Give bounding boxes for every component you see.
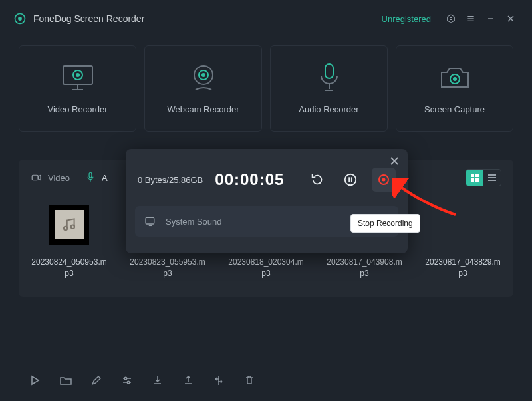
- edit-button[interactable]: [89, 373, 104, 388]
- svg-rect-28: [471, 178, 474, 182]
- recording-name: 20230824_050953.mp3: [29, 257, 109, 279]
- tab-video-label: Video: [48, 173, 70, 183]
- titlebar: FoneDog Screen Recorder Unregistered: [0, 0, 532, 35]
- mode-webcam-label: Webcam Recorder: [167, 104, 239, 114]
- close-button[interactable]: [503, 11, 519, 27]
- minimize-button[interactable]: [483, 11, 499, 27]
- settings-button[interactable]: [443, 11, 459, 27]
- mode-screen-capture[interactable]: Screen Capture: [396, 45, 513, 132]
- mode-video-label: Video Recorder: [47, 104, 107, 114]
- recording-popup: 0 Bytes/25.86GB 00:00:05 System Sound: [126, 149, 408, 253]
- recording-name: 20230817_043829.mp3: [423, 257, 503, 279]
- app-title: FoneDog Screen Recorder: [33, 13, 144, 24]
- view-list-button[interactable]: [483, 170, 501, 186]
- mode-cards-row: Video Recorder Webcam Recorder Audio Rec…: [0, 35, 532, 132]
- recording-name: 20230823_055953.mp3: [128, 257, 207, 279]
- recording-name: 20230817_043908.mp3: [325, 257, 404, 279]
- recording-item[interactable]: 20230824_050953.mp3: [29, 205, 109, 279]
- microphone-small-icon: [84, 172, 96, 184]
- svg-rect-23: [32, 175, 38, 180]
- microphone-icon: [316, 63, 342, 92]
- svg-point-33: [64, 227, 67, 230]
- svg-point-22: [453, 77, 457, 81]
- play-button[interactable]: [28, 373, 43, 388]
- svg-point-17: [201, 73, 205, 77]
- svg-rect-48: [146, 217, 154, 224]
- audio-thumb: [49, 205, 89, 245]
- svg-point-3: [450, 17, 452, 19]
- export-button[interactable]: [181, 373, 196, 388]
- menu-button[interactable]: [463, 11, 479, 27]
- svg-marker-35: [32, 376, 39, 384]
- open-folder-button[interactable]: [59, 373, 73, 388]
- view-grid-button[interactable]: [466, 170, 483, 186]
- svg-point-38: [124, 377, 127, 380]
- sliders-button[interactable]: [120, 373, 134, 388]
- view-toggle: [466, 169, 501, 186]
- svg-marker-2: [448, 15, 455, 23]
- svg-rect-29: [475, 178, 479, 182]
- restart-button[interactable]: [305, 168, 329, 192]
- svg-point-1: [18, 17, 22, 21]
- tab-video[interactable]: Video: [31, 172, 70, 184]
- svg-point-39: [127, 381, 130, 384]
- bottom-toolbar: [19, 365, 513, 392]
- stop-recording-button[interactable]: [372, 168, 396, 192]
- svg-rect-27: [475, 174, 479, 177]
- svg-rect-24: [89, 172, 92, 178]
- svg-point-47: [382, 178, 386, 182]
- speaker-icon: [144, 216, 158, 227]
- webcam-icon: [188, 63, 219, 92]
- recording-timer: 00:00:05: [215, 170, 284, 189]
- monitor-record-icon: [59, 63, 96, 92]
- svg-point-43: [345, 174, 356, 186]
- mode-audio-label: Audio Recorder: [299, 104, 358, 114]
- svg-rect-26: [471, 174, 474, 177]
- unregistered-link[interactable]: Unregistered: [382, 14, 431, 24]
- mode-webcam-recorder[interactable]: Webcam Recorder: [144, 45, 262, 132]
- recording-item[interactable]: 20230817_043829.mp3: [423, 205, 503, 279]
- svg-point-34: [71, 225, 74, 229]
- tab-audio[interactable]: A: [84, 172, 108, 184]
- video-camera-icon: [31, 172, 43, 184]
- recording-name: 20230818_020304.mp3: [226, 257, 306, 279]
- mode-video-recorder[interactable]: Video Recorder: [19, 45, 136, 132]
- popup-close-button[interactable]: [388, 154, 401, 168]
- mode-audio-recorder[interactable]: Audio Recorder: [270, 45, 388, 132]
- delete-button[interactable]: [242, 373, 257, 388]
- svg-point-14: [76, 73, 80, 77]
- import-button[interactable]: [150, 373, 165, 388]
- app-logo: [13, 12, 27, 25]
- pause-button[interactable]: [338, 168, 362, 192]
- tab-audio-label: A: [102, 173, 108, 183]
- convert-button[interactable]: [211, 373, 226, 388]
- recording-size-status: 0 Bytes/25.86GB: [138, 175, 203, 185]
- audio-source-label: System Sound: [166, 217, 222, 227]
- stop-recording-tooltip: Stop Recording: [350, 214, 420, 233]
- svg-rect-18: [325, 64, 333, 78]
- camera-icon: [438, 63, 472, 92]
- mode-screen-label: Screen Capture: [424, 104, 485, 114]
